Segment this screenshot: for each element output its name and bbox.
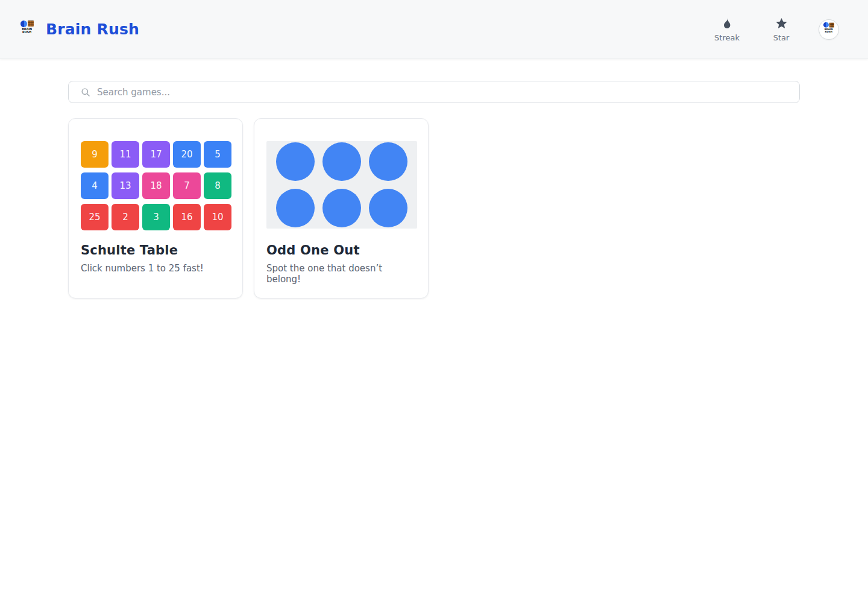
streak-button[interactable]: Streak (710, 17, 744, 42)
brand[interactable]: BRAIN RUSH Brain Rush (19, 21, 139, 38)
flame-icon (720, 17, 734, 30)
schulte-tile: 4 (81, 172, 108, 199)
schulte-tile: 5 (204, 141, 231, 168)
game-title: Schulte Table (81, 243, 230, 258)
avatar-logo-grid-square (829, 22, 834, 27)
schulte-tile: 17 (142, 141, 170, 168)
schulte-tile: 2 (112, 204, 139, 230)
brain-rush-logo-icon: BRAIN RUSH (19, 21, 35, 38)
odd-circle (369, 189, 407, 227)
schulte-tile: 11 (112, 141, 139, 168)
schulte-tile: 3 (142, 204, 170, 230)
schulte-tile: 16 (173, 204, 201, 230)
odd-circle (276, 142, 315, 181)
schulte-tile: 7 (173, 172, 201, 199)
game-subtitle: Click numbers 1 to 25 fast! (81, 263, 230, 274)
search-input[interactable] (97, 87, 792, 98)
search-bar (68, 81, 800, 103)
main-content: 91117205413187825231610 Schulte Table Cl… (68, 81, 800, 299)
star-label: Star (773, 33, 790, 42)
schulte-tile: 13 (112, 172, 139, 199)
logo-grid-square (28, 21, 34, 27)
game-card-schulte-table[interactable]: 91117205413187825231610 Schulte Table Cl… (68, 118, 243, 299)
app-header: BRAIN RUSH Brain Rush Streak Star (0, 0, 868, 59)
game-title: Odd One Out (266, 243, 416, 258)
schulte-tile: 10 (204, 204, 231, 230)
avatar-logo-art (823, 22, 834, 28)
star-icon (775, 17, 788, 30)
game-subtitle: Spot the one that doesn’t belong! (266, 263, 416, 285)
streak-label: Streak (714, 33, 740, 42)
game-card-odd-one-out[interactable]: Odd One Out Spot the one that doesn’t be… (254, 118, 429, 299)
schulte-tile: 8 (204, 172, 231, 199)
odd-circle (276, 189, 315, 227)
odd-circle (322, 142, 361, 181)
odd-circle (322, 189, 361, 227)
logo-wordmark: BRAIN RUSH (22, 28, 33, 34)
odd-grid (266, 141, 417, 229)
header-actions: Streak Star BRAIN RUSH (710, 17, 839, 42)
avatar-logo-brain-circle (823, 22, 829, 28)
schulte-tile: 25 (81, 204, 108, 230)
logo-brain-circle (20, 21, 27, 27)
schulte-grid: 91117205413187825231610 (81, 141, 231, 230)
avatar-logo-wordmark: BRAIN RUSH (825, 28, 833, 33)
logo-text-line2: RUSH (22, 31, 33, 34)
avatar-logo-text-line2: RUSH (825, 31, 833, 33)
schulte-tile: 20 (173, 141, 201, 168)
avatar-logo-icon: BRAIN RUSH (822, 22, 835, 37)
games-list: 91117205413187825231610 Schulte Table Cl… (68, 118, 800, 299)
profile-avatar[interactable]: BRAIN RUSH (819, 19, 839, 40)
search-icon (81, 87, 90, 97)
odd-circle (369, 142, 407, 181)
logo-art (20, 21, 34, 27)
schulte-tile: 9 (81, 141, 108, 168)
schulte-tile: 18 (142, 172, 170, 199)
page-title: Brain Rush (46, 21, 139, 38)
star-button[interactable]: Star (764, 17, 798, 42)
